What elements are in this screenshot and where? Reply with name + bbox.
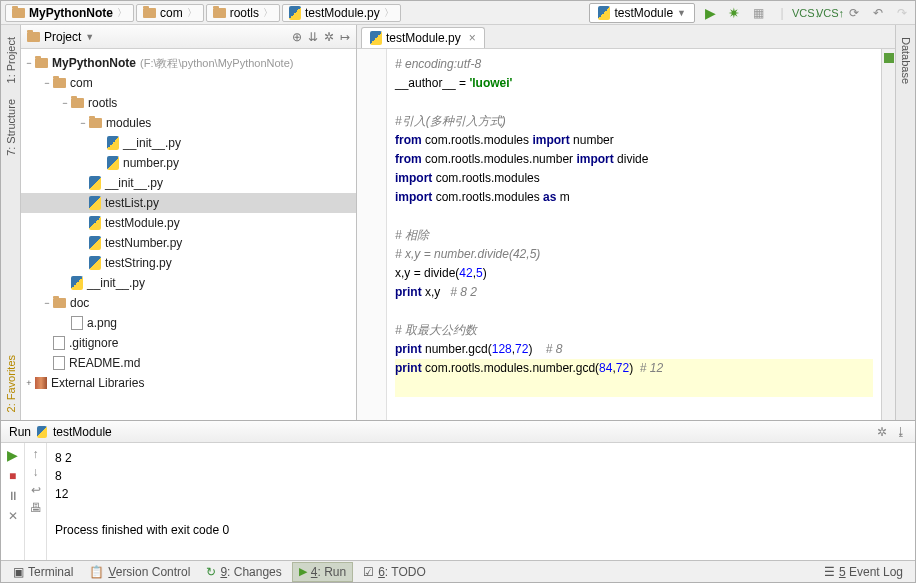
hide-icon[interactable]: ↦	[340, 30, 350, 44]
hide-icon[interactable]: ⭳	[895, 425, 907, 439]
close-tab-button[interactable]: ×	[469, 31, 476, 45]
python-icon	[598, 6, 610, 20]
rerun-button[interactable]: ▶	[7, 447, 18, 463]
tree-item[interactable]: __init__.py	[21, 133, 356, 153]
project-tree[interactable]: − MyPythonNote (F:\教程\python\MyPythonNot…	[21, 49, 356, 420]
code-line[interactable]: # 相除	[395, 226, 873, 245]
code-line[interactable]	[395, 302, 873, 321]
code-line[interactable]: print com.rootls.modules.number.gcd(84,7…	[395, 359, 873, 378]
code-line[interactable]: # 取最大公约数	[395, 321, 873, 340]
changes-tab[interactable]: ↻ 9: Changes	[200, 562, 287, 582]
tree-toggle[interactable]: +	[23, 378, 35, 388]
tree-toggle[interactable]: −	[77, 118, 89, 128]
undo-button[interactable]: ↶	[869, 4, 887, 22]
folder-icon	[53, 78, 66, 88]
stop-button[interactable]: ■	[9, 469, 16, 483]
close-button[interactable]: ✕	[8, 509, 18, 523]
editor-tab[interactable]: testModule.py ×	[361, 27, 485, 48]
wrap-icon[interactable]: ↩	[31, 483, 41, 497]
code-line[interactable]: print x,y # 8 2	[395, 283, 873, 302]
tree-item[interactable]: testModule.py	[21, 213, 356, 233]
vcs-icon: 📋	[89, 565, 104, 579]
code-line[interactable]: x,y = divide(42,5)	[395, 264, 873, 283]
tree-item[interactable]: README.md	[21, 353, 356, 373]
code-line[interactable]: import com.rootls.modules	[395, 169, 873, 188]
terminal-tab[interactable]: ▣ Terminal	[7, 562, 79, 582]
code-line[interactable]	[395, 207, 873, 226]
down-icon[interactable]: ↓	[33, 465, 39, 479]
code-line[interactable]: print number.gcd(128,72) # 8	[395, 340, 873, 359]
external-libs-label: External Libraries	[51, 376, 144, 390]
tree-item[interactable]: −com	[21, 73, 356, 93]
run-header-label: Run	[9, 425, 31, 439]
structure-tool-tab[interactable]: 7: Structure	[3, 91, 19, 164]
run-output[interactable]: 8 2812 Process finished with exit code 0	[47, 443, 915, 560]
settings-icon[interactable]: ✲	[324, 30, 334, 44]
breadcrumb-item[interactable]: com〉	[136, 4, 204, 22]
code-line[interactable]: # x,y = number.divide(42,5)	[395, 245, 873, 264]
tree-item[interactable]: testList.py	[21, 193, 356, 213]
project-tool-tab[interactable]: 1: Project	[3, 29, 19, 91]
tree-root[interactable]: − MyPythonNote (F:\教程\python\MyPythonNot…	[21, 53, 356, 73]
coverage-button[interactable]: ▦	[749, 4, 767, 22]
code-line[interactable]	[395, 378, 873, 397]
code-area[interactable]: # encoding:utf-8__author__ = 'luowei' #引…	[387, 49, 881, 420]
redo-button[interactable]: ↷	[893, 4, 911, 22]
tree-item[interactable]: −doc	[21, 293, 356, 313]
tree-item[interactable]: __init__.py	[21, 273, 356, 293]
database-tool-tab[interactable]: Database	[898, 29, 914, 92]
project-header-label: Project	[44, 30, 81, 44]
code-line[interactable]: # encoding:utf-8	[395, 55, 873, 74]
run-panel-header: Run testModule ✲ ⭳	[1, 421, 915, 443]
run-button[interactable]: ▶	[701, 4, 719, 22]
code-line[interactable]: from com.rootls.modules.number import di…	[395, 150, 873, 169]
code-line[interactable]: import com.rootls.modules as m	[395, 188, 873, 207]
vcs-update-button[interactable]: VCS↓	[797, 4, 815, 22]
event-log-tab[interactable]: ☰ 5 Event Log	[818, 563, 909, 581]
play-icon: ▶	[299, 565, 307, 578]
collapse-all-icon[interactable]: ⇊	[308, 30, 318, 44]
tree-item[interactable]: .gitignore	[21, 333, 356, 353]
code-line[interactable]	[395, 93, 873, 112]
tree-item-label: number.py	[123, 156, 179, 170]
pause-button[interactable]: ⏸	[7, 489, 19, 503]
tree-item[interactable]: −rootls	[21, 93, 356, 113]
editor-body[interactable]: # encoding:utf-8__author__ = 'luowei' #引…	[357, 49, 895, 420]
py-icon	[89, 256, 101, 270]
scroll-to-source-icon[interactable]: ⊕	[292, 30, 302, 44]
todo-tab[interactable]: ☑ 6: TODO	[357, 562, 432, 582]
run-configuration-selector[interactable]: testModule ▼	[589, 3, 695, 23]
up-icon[interactable]: ↑	[33, 447, 39, 461]
code-line[interactable]: __author__ = 'luowei'	[395, 74, 873, 93]
breadcrumb-item[interactable]: MyPythonNote〉	[5, 4, 134, 22]
tree-item[interactable]: a.png	[21, 313, 356, 333]
code-line[interactable]: #引入(多种引入方式)	[395, 112, 873, 131]
code-line[interactable]: from com.rootls.modules import number	[395, 131, 873, 150]
sync-button[interactable]: ⟳	[845, 4, 863, 22]
favorites-tool-tab[interactable]: 2: Favorites	[3, 347, 19, 420]
tree-toggle[interactable]: −	[41, 298, 53, 308]
tree-item[interactable]: number.py	[21, 153, 356, 173]
tree-toggle[interactable]: −	[23, 58, 35, 68]
chevron-down-icon[interactable]: ▼	[85, 32, 94, 42]
version-control-tab[interactable]: 📋 Version Control	[83, 562, 196, 582]
run-tab[interactable]: ▶ 4: Run	[292, 562, 353, 582]
tree-item[interactable]: −modules	[21, 113, 356, 133]
tree-item-label: testNumber.py	[105, 236, 182, 250]
tree-toggle[interactable]: −	[41, 78, 53, 88]
breadcrumb-item[interactable]: rootls〉	[206, 4, 280, 22]
tree-item[interactable]: testNumber.py	[21, 233, 356, 253]
breadcrumb-item[interactable]: testModule.py〉	[282, 4, 401, 22]
vcs-commit-button[interactable]: VCS↑	[821, 4, 839, 22]
tree-item[interactable]: testString.py	[21, 253, 356, 273]
tree-item[interactable]: __init__.py	[21, 173, 356, 193]
editor-tabs: testModule.py ×	[357, 25, 895, 49]
chevron-right-icon: 〉	[187, 6, 197, 20]
folder-icon	[143, 8, 156, 18]
debug-button[interactable]: ✷	[725, 4, 743, 22]
external-libraries[interactable]: + External Libraries	[21, 373, 356, 393]
settings-icon[interactable]: ✲	[877, 425, 887, 439]
tree-toggle[interactable]: −	[59, 98, 71, 108]
print-icon[interactable]: 🖶	[30, 501, 42, 515]
main-container: 1: Project 7: Structure 2: Favorites Pro…	[1, 25, 915, 420]
